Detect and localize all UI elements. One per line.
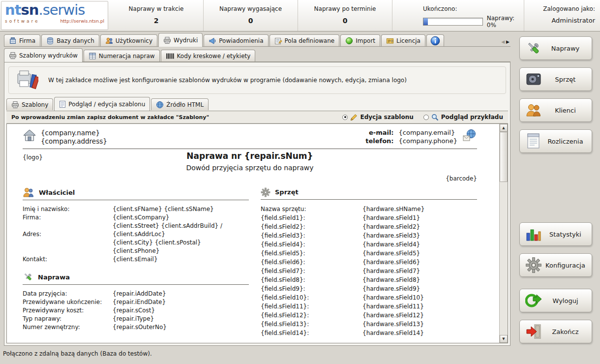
statystyki-button[interactable]: Statystyki <box>519 222 592 246</box>
template-field-row: {client.sCity} {client.sPostal} <box>23 239 249 247</box>
scroll-down-icon[interactable]: ▼ <box>500 335 508 343</box>
subtab-szablony-wydrukow[interactable]: Szablony wydruków <box>4 48 83 62</box>
template-field-row: Data przyjęcia: {repair.iAddDate} <box>23 290 249 298</box>
field-label: Firma: <box>23 213 113 222</box>
template-field-row: Adres: {client.sAddrLoc} <box>23 230 249 239</box>
template-field-row: Firma: {client.sCompany} <box>23 213 249 222</box>
radio-label: Edycja szablonu <box>360 114 413 121</box>
zakoncz-button[interactable]: Zakończ <box>519 320 592 343</box>
tab-bazy-danych[interactable]: Bazy danych <box>41 34 99 46</box>
rozliczenia-button[interactable]: Rozliczenia <box>519 129 592 153</box>
button-label: Statystyki <box>543 231 588 238</box>
subtab-numeracja-napraw[interactable]: Numeracja napraw <box>84 50 160 61</box>
tab-firma[interactable]: Firma <box>4 34 40 46</box>
editor-toolbar: Po wprowadzeniu zmian zapisz dokument w … <box>6 111 508 123</box>
stat-repairs-overdue: Naprawy po terminie 0 <box>298 0 392 31</box>
info-icon <box>430 36 440 46</box>
preview-example-radio[interactable]: Podgląd przykładu <box>423 114 503 121</box>
users-icon <box>105 37 113 45</box>
tab-powiadomienia[interactable]: Powiadomienia <box>204 34 268 46</box>
company-address-placeholder: {company.address} <box>41 137 107 146</box>
stat-label: Naprawy wygasające <box>204 5 298 12</box>
button-label: Sprzęt <box>543 76 588 83</box>
billing-document-icon <box>524 133 543 150</box>
scrollbar-track[interactable] <box>500 132 508 335</box>
wydruki-panel: W tej zakładce możliwe jest konfigurowan… <box>4 62 510 346</box>
field-placeholder: {repair.iEndDate} <box>113 298 166 306</box>
main-tabbar: Firma Bazy danych Użytkownicy Wydruki Po… <box>4 33 510 47</box>
tab-pola-definiowane[interactable]: Pola definiowane <box>270 34 340 46</box>
tab-label: Szablony wydruków <box>19 52 78 59</box>
button-label: Naprawy <box>543 45 588 52</box>
scroll-up-icon[interactable]: ▲ <box>500 124 508 132</box>
edit-template-radio[interactable]: Edycja szablonu <box>342 114 413 121</box>
template-field-row: {field.sField12}: {hardware.sField12} <box>261 311 477 320</box>
template-editor-document[interactable]: {company.name} {company.address} e-mail:… <box>7 124 499 343</box>
naprawy-button[interactable]: Naprawy <box>519 36 592 60</box>
barcode-placeholder: {barcode} <box>23 175 477 182</box>
field-label: Data przyjęcia: <box>23 290 113 298</box>
tab-label: Bazy danych <box>57 37 94 44</box>
field-placeholder: {hardware.sField10} <box>362 293 424 302</box>
klienci-button[interactable]: Klienci <box>519 98 592 122</box>
template-field-row: {field.sField2}: {hardware.sField2} <box>261 222 477 231</box>
field-label: Typ naprawy: <box>23 315 113 323</box>
tab-scroll-right-icon[interactable]: ▶ <box>506 39 510 45</box>
scrollbar-thumb[interactable] <box>500 132 508 182</box>
editor-tabbar: Szablony Podgląd / edycja szablonu Źródł… <box>6 97 508 111</box>
tab-label: Numeracja napraw <box>99 53 155 60</box>
tab-label: Wydruki <box>174 37 198 44</box>
license-icon <box>386 37 394 45</box>
editor-tab-szablony[interactable]: Szablony <box>6 98 53 110</box>
field-label: Przewidywany koszt: <box>23 306 113 315</box>
template-field-row: {client.sStreet} {client.sAddrBuild} / <box>23 222 249 230</box>
tab-scroll-left-icon[interactable]: ◀ <box>501 39 505 45</box>
template-field-row: Numer zewnętrzny: {repair.sOuterNo} <box>23 323 249 332</box>
top-header: ntsn.serwis software http://serwis.ntsn.… <box>0 0 600 31</box>
editor-tab-podglad-edycja[interactable]: Podgląd / edycja szablonu <box>54 97 150 111</box>
button-label: Zakończ <box>543 328 588 335</box>
konfiguracja-button[interactable]: Konfiguracja <box>519 253 592 277</box>
repair-tools-icon <box>23 272 33 282</box>
tab-import[interactable]: Import <box>340 34 380 46</box>
stat-label: Naprawy w trakcie <box>109 5 203 12</box>
field-placeholder: {client.sCity} {client.sPostal} <box>113 239 201 247</box>
tab-label: Powiadomienia <box>219 37 263 44</box>
navigation-sidebar: Naprawy Sprzęt Klienci Rozliczenia Staty… <box>515 36 596 351</box>
tab-info[interactable] <box>426 34 444 46</box>
document-lines-icon <box>59 100 66 108</box>
tab-uzytkownicy[interactable]: Użytkownicy <box>100 34 157 46</box>
vertical-scrollbar[interactable]: ▲ ▼ <box>499 124 508 343</box>
company-building-icon <box>9 37 17 45</box>
subtab-kody-kreskowe[interactable]: Kody kreskowe / etykiety <box>161 50 256 61</box>
tab-licencja[interactable]: Licencja <box>381 34 425 46</box>
sprzet-button[interactable]: Sprzęt <box>519 67 592 91</box>
field-placeholder: {client.sEmail} <box>113 255 158 264</box>
tab-wydruki[interactable]: Wydruki <box>158 33 203 47</box>
field-label <box>23 239 113 247</box>
field-placeholder: {hardware.sField6} <box>362 258 420 267</box>
tab-label: Źródło HTML <box>166 101 204 108</box>
field-label: Kontakt: <box>23 255 113 264</box>
field-label: {field.sField7}: <box>261 267 362 275</box>
field-placeholder: {client.sAddrLoc} <box>113 230 165 239</box>
editor-tab-zrodlo-html[interactable]: Źródło HTML <box>151 98 209 110</box>
wyloguj-button[interactable]: Wyloguj <box>519 289 592 312</box>
owner-rows: Imię i nazwisko: {client.sFName} {client… <box>23 205 249 264</box>
field-label: Przewidywane ukończenie: <box>23 298 113 306</box>
field-label: {field.sField14}: <box>261 329 362 337</box>
field-label: Imię i nazwisko: <box>23 205 113 213</box>
field-placeholder: {hardware.sField9} <box>362 284 420 293</box>
logo-part-serwis: .serwis <box>38 1 85 18</box>
stat-label: Naprawy po terminie <box>298 5 392 12</box>
field-label: {field.sField2}: <box>261 222 362 231</box>
import-orb-icon <box>345 37 353 45</box>
print-templates-big-icon <box>16 69 38 91</box>
save-hint-text: Po wprowadzeniu zmian zapisz dokument w … <box>11 114 209 121</box>
template-field-row: {field.sField5}: {hardware.sField5} <box>261 249 477 258</box>
radio-label: Podgląd przykładu <box>441 114 503 121</box>
field-placeholder: {hardware.sField5} <box>362 249 420 258</box>
progress-text: Naprawy: 0% <box>487 15 524 29</box>
globe-icon <box>156 101 164 109</box>
mode-radio-group: Edycja szablonu Podgląd przykładu <box>342 114 503 121</box>
